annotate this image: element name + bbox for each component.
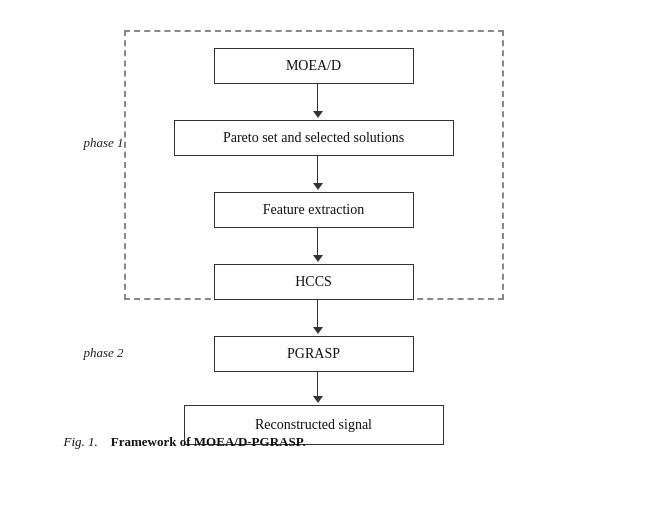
pgrasp-box: PGRASP	[214, 336, 414, 372]
phase1-label: phase 1	[84, 135, 124, 151]
arrow-line	[317, 300, 319, 327]
page: phase 1 phase 2 MOEA/D Pareto set and se…	[14, 10, 634, 510]
moead-box: MOEA/D	[214, 48, 414, 84]
caption-fig-label: Fig. 1.	[64, 434, 98, 449]
arrow-3	[313, 228, 323, 262]
arrow-head	[313, 183, 323, 190]
arrow-line	[317, 228, 319, 255]
caption-text: Framework of MOEA/D-PGRASP.	[111, 434, 306, 449]
arrow-head	[313, 255, 323, 262]
arrow-2	[313, 156, 323, 190]
phase2-label: phase 2	[84, 345, 124, 361]
arrow-1	[313, 84, 323, 118]
arrow-5	[313, 372, 323, 403]
diagram: phase 1 phase 2 MOEA/D Pareto set and se…	[64, 30, 584, 450]
arrow-head	[313, 111, 323, 118]
arrow-head	[313, 396, 323, 403]
figure-caption: Fig. 1. Framework of MOEA/D-PGRASP.	[64, 434, 306, 450]
arrow-line	[317, 372, 319, 396]
arrow-4	[313, 300, 323, 334]
feature-box: Feature extraction	[214, 192, 414, 228]
hccs-box: HCCS	[214, 264, 414, 300]
arrow-line	[317, 156, 319, 183]
pareto-box: Pareto set and selected solutions	[174, 120, 454, 156]
arrow-line	[317, 84, 319, 111]
arrow-head	[313, 327, 323, 334]
